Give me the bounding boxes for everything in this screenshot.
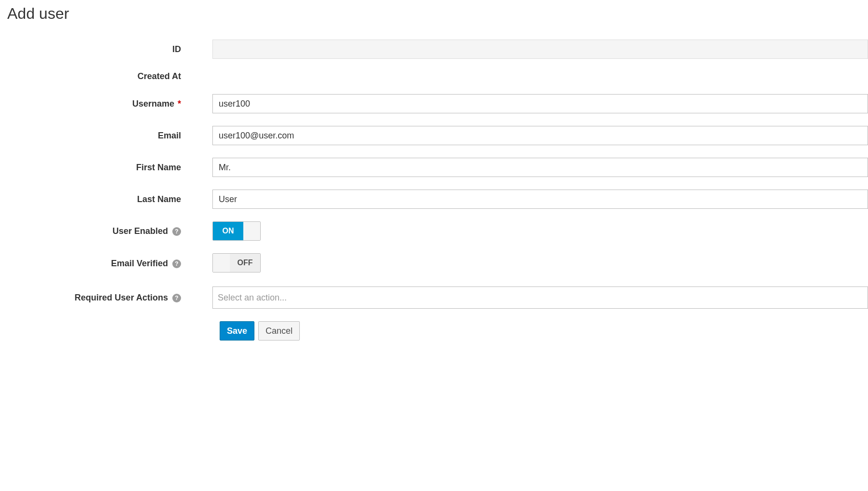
user-enabled-toggle[interactable]: ON <box>212 221 261 241</box>
required-marker: * <box>178 99 181 109</box>
row-first-name: First Name <box>7 158 868 177</box>
save-button[interactable]: Save <box>220 321 254 341</box>
cancel-button[interactable]: Cancel <box>258 321 300 341</box>
toggle-knob <box>213 254 230 272</box>
label-id: ID <box>7 44 188 55</box>
label-email: Email <box>7 131 188 141</box>
row-created-at: Created At <box>7 71 868 82</box>
toggle-on-label: ON <box>213 222 243 240</box>
id-field <box>212 40 868 59</box>
email-field[interactable] <box>212 126 868 145</box>
label-last-name: Last Name <box>7 194 188 205</box>
row-username: Username * <box>7 94 868 113</box>
row-last-name: Last Name <box>7 190 868 209</box>
label-created-at: Created At <box>7 71 188 82</box>
row-required-user-actions: Required User Actions ? Select an action… <box>7 286 868 309</box>
required-user-actions-select[interactable]: Select an action... <box>212 286 868 309</box>
label-user-enabled: User Enabled <box>112 226 168 236</box>
username-field[interactable] <box>212 94 868 113</box>
row-email: Email <box>7 126 868 145</box>
label-email-verified: Email Verified <box>111 259 168 268</box>
email-verified-toggle[interactable]: OFF <box>212 253 261 273</box>
row-id: ID <box>7 40 868 59</box>
help-icon[interactable]: ? <box>172 227 181 236</box>
label-username: Username <box>132 99 174 109</box>
toggle-off-label: OFF <box>230 254 260 272</box>
row-user-enabled: User Enabled ? ON <box>7 221 868 241</box>
last-name-field[interactable] <box>212 190 868 209</box>
toggle-knob <box>243 222 260 240</box>
row-email-verified: Email Verified ? OFF <box>7 253 868 274</box>
button-row: Save Cancel <box>7 321 868 341</box>
first-name-field[interactable] <box>212 158 868 177</box>
help-icon[interactable]: ? <box>172 294 181 302</box>
label-required-user-actions: Required User Actions <box>75 293 168 302</box>
help-icon[interactable]: ? <box>172 259 181 268</box>
page-title: Add user <box>7 5 868 23</box>
label-first-name: First Name <box>7 163 188 173</box>
